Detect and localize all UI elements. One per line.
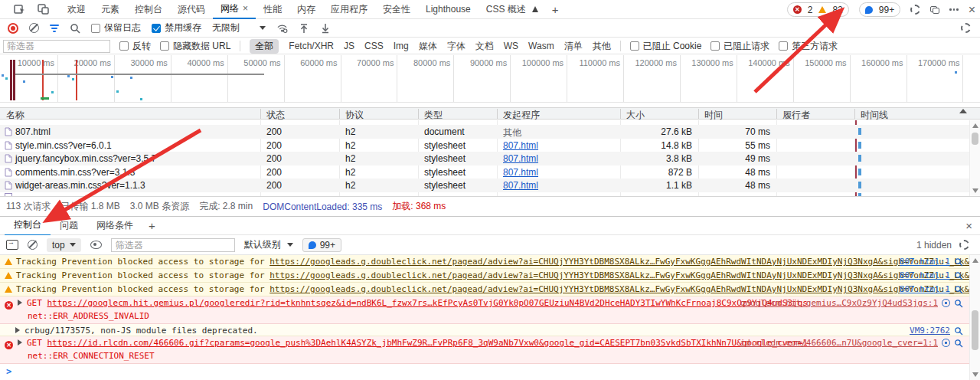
request-initiator[interactable]: 807.html <box>503 140 538 151</box>
table-scrollbar[interactable] <box>969 120 980 196</box>
info-icon[interactable] <box>942 299 950 307</box>
tab-welcome[interactable]: 欢迎 <box>60 0 93 18</box>
table-row[interactable]: widget-areas.min.css?ver=1.1.3200h2style… <box>0 179 980 192</box>
issues-counter[interactable]: ✕ 2 82 <box>787 2 849 17</box>
request-name[interactable]: comments.min.css?ver=3.1.3 <box>15 167 135 178</box>
record-icon[interactable] <box>8 23 18 34</box>
request-name[interactable]: style.min.css?ver=6.0.1 <box>15 140 112 151</box>
tab-memory[interactable]: 内存 <box>289 0 323 18</box>
messages-counter[interactable]: 99+ <box>859 2 900 17</box>
tab-security[interactable]: 安全性 <box>375 0 418 18</box>
clear-icon[interactable] <box>29 23 39 33</box>
add-tab-button[interactable]: + <box>546 3 565 16</box>
hide-data-urls-checkbox[interactable]: 隐藏数据 URL <box>160 40 230 53</box>
table-row[interactable]: 807.html200h2document其他27.6 kB70 ms <box>0 125 980 139</box>
settings-gear-icon[interactable] <box>910 5 920 15</box>
console-warning-row[interactable]: Tracking Prevention blocked access to st… <box>0 269 980 283</box>
scrollbar-thumb[interactable] <box>972 310 978 350</box>
drawer-tab-issues[interactable]: 问题 <box>51 217 87 235</box>
overview-ruler[interactable]: 10000 ms20000 ms30000 ms40000 ms50000 ms… <box>0 55 980 103</box>
clear-console-icon[interactable] <box>28 240 38 250</box>
filter-type-xhr[interactable]: Fetch/XHR <box>289 41 334 51</box>
console-message-counter[interactable]: 99+ <box>302 238 341 252</box>
source-link[interactable]: VM9:2762 <box>910 326 950 336</box>
console-prompt[interactable]: > <box>0 364 980 379</box>
live-expression-icon[interactable] <box>90 241 102 249</box>
table-row[interactable]: jquery.fancybox.min.css?ver=3.5.7200h2st… <box>0 152 980 165</box>
expand-icon[interactable] <box>18 300 22 306</box>
filter-type-js[interactable]: JS <box>344 41 354 51</box>
console-info-row[interactable]: crbug/1173575, non-JS module files depre… <box>0 324 980 336</box>
request-name[interactable]: widget-areas.min.css?ver=1.1.3 <box>15 180 145 191</box>
info-icon[interactable] <box>942 339 950 347</box>
filter-icon[interactable] <box>50 25 59 32</box>
filter-type-css[interactable]: CSS <box>364 41 384 51</box>
close-tab-icon[interactable]: × <box>243 4 248 13</box>
expand-icon[interactable] <box>18 339 22 346</box>
search-icon[interactable] <box>70 23 80 34</box>
filter-type-manifest[interactable]: 清单 <box>564 40 583 53</box>
preserve-log-checkbox[interactable]: 保留日志 <box>91 21 141 34</box>
request-name[interactable]: jquery.fancybox.min.css?ver=3.5.7 <box>15 153 156 164</box>
source-link[interactable]: googlecm.hit.gemius…C9xOz9YjQ4udS3jgs:1 <box>740 298 938 308</box>
message-url-link[interactable]: https://googlecm.hit.gemius.pl/googlered… <box>47 298 808 308</box>
console-scrollbar[interactable] <box>969 255 980 380</box>
feedback-icon[interactable] <box>930 6 939 14</box>
filter-type-media[interactable]: 媒体 <box>419 40 437 53</box>
import-har-icon[interactable] <box>299 23 309 34</box>
request-name[interactable]: 807.html <box>15 126 51 137</box>
request-initiator[interactable]: 807.html <box>503 180 538 191</box>
blocked-requests-checkbox[interactable]: 已阻止请求 <box>710 40 769 53</box>
console-settings-gear-icon[interactable] <box>959 240 969 250</box>
console-error-row[interactable]: ✕GET https://id.rlcdn.com/466606.gif?cpa… <box>0 336 980 364</box>
message-url-link[interactable]: https://id.rlcdn.com/466606.gif?cparams=… <box>47 338 808 348</box>
console-error-row[interactable]: ✕GET https://googlecm.hit.gemius.pl/goog… <box>0 296 980 324</box>
console-warning-row[interactable]: Tracking Prevention blocked access to st… <box>0 255 980 269</box>
invert-checkbox[interactable]: 反转 <box>119 40 151 53</box>
filter-type-img[interactable]: Img <box>394 41 409 51</box>
message-url-link[interactable]: https://googleads.g.doubleclick.net/page… <box>270 270 980 280</box>
tab-lighthouse[interactable]: Lighthouse <box>418 0 479 18</box>
scrollbar-thumb[interactable] <box>972 133 978 145</box>
close-devtools-icon[interactable]: × <box>969 4 975 16</box>
tab-application[interactable]: 应用程序 <box>323 0 375 18</box>
blocked-cookies-checkbox[interactable]: 已阻止 Cookie <box>630 40 702 53</box>
scroll-up-icon[interactable] <box>972 258 978 263</box>
request-initiator[interactable]: 807.html <box>503 167 538 178</box>
message-url-link[interactable]: https://googleads.g.doubleclick.net/page… <box>270 284 980 294</box>
drawer-tab-console[interactable]: 控制台 <box>5 216 51 236</box>
request-initiator[interactable]: 807.html <box>503 153 538 164</box>
tab-elements[interactable]: 元素 <box>93 0 127 18</box>
disable-cache-checkbox[interactable]: 禁用缓存 <box>152 21 201 34</box>
context-selector[interactable]: top <box>47 238 81 252</box>
table-row[interactable]: style.min.css?ver=6.0.1200h2stylesheet80… <box>0 139 980 152</box>
source-link[interactable]: id.rlcdn.com/466606…n7U&google_cver=1:1 <box>740 338 938 348</box>
request-initiator[interactable]: 其他 <box>503 126 521 139</box>
add-drawer-tab-button[interactable]: + <box>142 219 162 232</box>
drawer-tab-network-conditions[interactable]: 网络条件 <box>87 217 142 235</box>
console-warning-row[interactable]: Tracking Prevention blocked access to st… <box>0 283 980 296</box>
network-settings-gear-icon[interactable] <box>961 23 971 33</box>
filter-type-all[interactable]: 全部 <box>250 39 279 54</box>
tab-performance[interactable]: 性能 <box>256 0 289 18</box>
scroll-down-icon[interactable] <box>972 372 978 377</box>
expand-icon[interactable] <box>15 327 20 333</box>
filter-type-wasm[interactable]: Wasm <box>528 41 554 51</box>
network-filter-input[interactable] <box>3 40 110 53</box>
filter-type-other[interactable]: 其他 <box>593 40 611 53</box>
filter-type-ws[interactable]: WS <box>504 41 518 51</box>
console-filter-input[interactable] <box>111 238 235 252</box>
scroll-up-icon[interactable] <box>972 123 978 128</box>
tab-network[interactable]: 网络× <box>213 0 256 19</box>
log-level-select[interactable]: 默认级别 <box>244 238 293 251</box>
device-emulation-icon[interactable] <box>14 4 25 15</box>
tab-console[interactable]: 控制台 <box>127 0 170 18</box>
source-link[interactable]: 807.html:1 <box>900 257 950 267</box>
more-options-icon[interactable] <box>949 8 959 11</box>
tab-sources[interactable]: 源代码 <box>170 0 213 18</box>
source-link[interactable]: 807.html:1 <box>900 284 950 294</box>
export-har-icon[interactable] <box>320 23 331 34</box>
console-sidebar-icon[interactable] <box>6 240 18 250</box>
third-party-checkbox[interactable]: 第三方请求 <box>779 40 838 53</box>
network-conditions-icon[interactable] <box>276 24 288 33</box>
